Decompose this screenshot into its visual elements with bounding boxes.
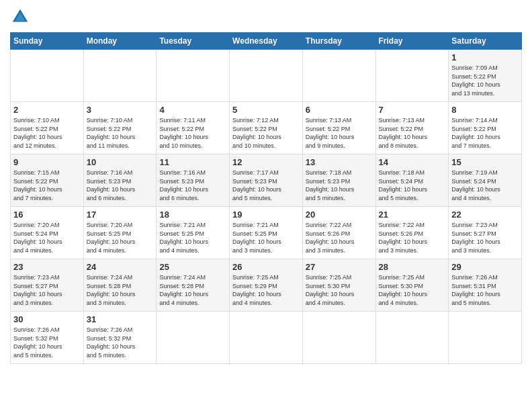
header-cell: Saturday — [449, 33, 522, 50]
calendar-week-row: 23Sunrise: 7:23 AM Sunset: 5:27 PM Dayli… — [11, 259, 522, 312]
calendar-cell: 17Sunrise: 7:20 AM Sunset: 5:25 PM Dayli… — [83, 207, 157, 259]
calendar-body: 1Sunrise: 7:09 AM Sunset: 5:22 PM Daylig… — [11, 50, 522, 364]
day-info: Sunrise: 7:10 AM Sunset: 5:22 PM Dayligh… — [87, 116, 154, 150]
header — [10, 7, 522, 27]
day-number: 28 — [379, 262, 446, 272]
calendar-cell: 30Sunrise: 7:26 AM Sunset: 5:32 PM Dayli… — [11, 312, 84, 364]
day-info: Sunrise: 7:26 AM Sunset: 5:31 PM Dayligh… — [451, 273, 519, 307]
day-number: 6 — [306, 105, 373, 115]
day-info: Sunrise: 7:14 AM Sunset: 5:22 PM Dayligh… — [451, 116, 519, 150]
day-info: Sunrise: 7:26 AM Sunset: 5:32 PM Dayligh… — [87, 326, 154, 359]
day-number: 3 — [87, 105, 154, 115]
day-number: 20 — [306, 210, 373, 220]
calendar-cell: 5Sunrise: 7:12 AM Sunset: 5:22 PM Daylig… — [230, 102, 303, 154]
logo-icon — [10, 7, 30, 27]
calendar-cell: 13Sunrise: 7:18 AM Sunset: 5:23 PM Dayli… — [302, 154, 375, 207]
calendar-cell: 29Sunrise: 7:26 AM Sunset: 5:31 PM Dayli… — [449, 259, 522, 312]
day-info: Sunrise: 7:16 AM Sunset: 5:23 PM Dayligh… — [87, 169, 154, 202]
calendar-cell — [375, 312, 449, 364]
calendar-cell — [157, 50, 230, 102]
day-number: 19 — [232, 210, 300, 220]
calendar-cell: 8Sunrise: 7:14 AM Sunset: 5:22 PM Daylig… — [449, 102, 522, 154]
day-info: Sunrise: 7:12 AM Sunset: 5:22 PM Dayligh… — [232, 116, 300, 150]
day-info: Sunrise: 7:24 AM Sunset: 5:28 PM Dayligh… — [87, 273, 154, 307]
day-info: Sunrise: 7:17 AM Sunset: 5:23 PM Dayligh… — [232, 169, 300, 202]
calendar-cell: 21Sunrise: 7:22 AM Sunset: 5:26 PM Dayli… — [375, 207, 449, 259]
day-number: 1 — [451, 52, 519, 62]
day-number: 14 — [379, 157, 446, 167]
logo — [10, 7, 32, 27]
day-info: Sunrise: 7:20 AM Sunset: 5:25 PM Dayligh… — [87, 221, 154, 255]
day-number: 5 — [232, 105, 300, 115]
header-cell: Tuesday — [157, 33, 230, 50]
day-number: 25 — [159, 262, 226, 272]
day-number: 26 — [232, 262, 300, 272]
calendar-cell: 25Sunrise: 7:24 AM Sunset: 5:28 PM Dayli… — [157, 259, 230, 312]
header-cell: Sunday — [11, 33, 84, 50]
day-number: 10 — [87, 157, 154, 167]
calendar-cell — [375, 50, 449, 102]
header-cell: Friday — [375, 33, 449, 50]
day-number: 30 — [13, 314, 81, 324]
calendar-table: SundayMondayTuesdayWednesdayThursdayFrid… — [10, 32, 522, 364]
calendar-cell: 18Sunrise: 7:21 AM Sunset: 5:25 PM Dayli… — [157, 207, 230, 259]
day-number: 12 — [232, 157, 300, 167]
calendar-week-row: 9Sunrise: 7:15 AM Sunset: 5:22 PM Daylig… — [11, 154, 522, 207]
day-number: 9 — [13, 157, 81, 167]
day-info: Sunrise: 7:18 AM Sunset: 5:24 PM Dayligh… — [379, 169, 446, 202]
calendar-cell: 4Sunrise: 7:11 AM Sunset: 5:22 PM Daylig… — [157, 102, 230, 154]
day-info: Sunrise: 7:20 AM Sunset: 5:24 PM Dayligh… — [13, 221, 81, 255]
day-info: Sunrise: 7:11 AM Sunset: 5:22 PM Dayligh… — [159, 116, 226, 150]
day-info: Sunrise: 7:13 AM Sunset: 5:22 PM Dayligh… — [379, 116, 446, 150]
calendar-cell: 20Sunrise: 7:22 AM Sunset: 5:26 PM Dayli… — [302, 207, 375, 259]
header-cell: Monday — [83, 33, 157, 50]
calendar-cell: 7Sunrise: 7:13 AM Sunset: 5:22 PM Daylig… — [375, 102, 449, 154]
day-info: Sunrise: 7:25 AM Sunset: 5:29 PM Dayligh… — [232, 273, 300, 307]
day-info: Sunrise: 7:19 AM Sunset: 5:24 PM Dayligh… — [451, 169, 519, 202]
calendar-week-row: 16Sunrise: 7:20 AM Sunset: 5:24 PM Dayli… — [11, 207, 522, 259]
calendar-cell: 9Sunrise: 7:15 AM Sunset: 5:22 PM Daylig… — [11, 154, 84, 207]
day-info: Sunrise: 7:23 AM Sunset: 5:27 PM Dayligh… — [13, 273, 81, 307]
day-number: 13 — [306, 157, 373, 167]
day-info: Sunrise: 7:09 AM Sunset: 5:22 PM Dayligh… — [451, 64, 519, 97]
calendar-cell — [11, 50, 84, 102]
header-cell: Thursday — [302, 33, 375, 50]
calendar-cell — [83, 50, 157, 102]
day-number: 27 — [306, 262, 373, 272]
calendar-cell: 15Sunrise: 7:19 AM Sunset: 5:24 PM Dayli… — [449, 154, 522, 207]
calendar-cell — [157, 312, 230, 364]
day-info: Sunrise: 7:21 AM Sunset: 5:25 PM Dayligh… — [232, 221, 300, 255]
day-info: Sunrise: 7:26 AM Sunset: 5:32 PM Dayligh… — [13, 326, 81, 359]
calendar-cell — [302, 50, 375, 102]
day-number: 16 — [13, 210, 81, 220]
calendar-week-row: 1Sunrise: 7:09 AM Sunset: 5:22 PM Daylig… — [11, 50, 522, 102]
calendar-cell: 22Sunrise: 7:23 AM Sunset: 5:27 PM Dayli… — [449, 207, 522, 259]
day-info: Sunrise: 7:25 AM Sunset: 5:30 PM Dayligh… — [379, 273, 446, 307]
day-info: Sunrise: 7:22 AM Sunset: 5:26 PM Dayligh… — [306, 221, 373, 255]
calendar-cell: 16Sunrise: 7:20 AM Sunset: 5:24 PM Dayli… — [11, 207, 84, 259]
calendar-cell: 11Sunrise: 7:16 AM Sunset: 5:23 PM Dayli… — [157, 154, 230, 207]
day-number: 29 — [451, 262, 519, 272]
day-number: 24 — [87, 262, 154, 272]
calendar-cell: 24Sunrise: 7:24 AM Sunset: 5:28 PM Dayli… — [83, 259, 157, 312]
calendar-cell: 28Sunrise: 7:25 AM Sunset: 5:30 PM Dayli… — [375, 259, 449, 312]
day-info: Sunrise: 7:25 AM Sunset: 5:30 PM Dayligh… — [306, 273, 373, 307]
day-number: 8 — [451, 105, 519, 115]
calendar-cell: 14Sunrise: 7:18 AM Sunset: 5:24 PM Dayli… — [375, 154, 449, 207]
calendar-cell: 10Sunrise: 7:16 AM Sunset: 5:23 PM Dayli… — [83, 154, 157, 207]
day-number: 22 — [451, 210, 519, 220]
calendar-header: SundayMondayTuesdayWednesdayThursdayFrid… — [11, 33, 522, 50]
day-number: 4 — [159, 105, 226, 115]
day-info: Sunrise: 7:15 AM Sunset: 5:22 PM Dayligh… — [13, 169, 81, 202]
day-number: 2 — [13, 105, 81, 115]
calendar-cell: 27Sunrise: 7:25 AM Sunset: 5:30 PM Dayli… — [302, 259, 375, 312]
day-number: 23 — [13, 262, 81, 272]
day-info: Sunrise: 7:24 AM Sunset: 5:28 PM Dayligh… — [159, 273, 226, 307]
day-number: 31 — [87, 314, 154, 324]
calendar-cell: 19Sunrise: 7:21 AM Sunset: 5:25 PM Dayli… — [230, 207, 303, 259]
calendar-cell: 12Sunrise: 7:17 AM Sunset: 5:23 PM Dayli… — [230, 154, 303, 207]
day-info: Sunrise: 7:13 AM Sunset: 5:22 PM Dayligh… — [306, 116, 373, 150]
calendar-cell — [449, 312, 522, 364]
calendar-cell: 23Sunrise: 7:23 AM Sunset: 5:27 PM Dayli… — [11, 259, 84, 312]
header-cell: Wednesday — [230, 33, 303, 50]
